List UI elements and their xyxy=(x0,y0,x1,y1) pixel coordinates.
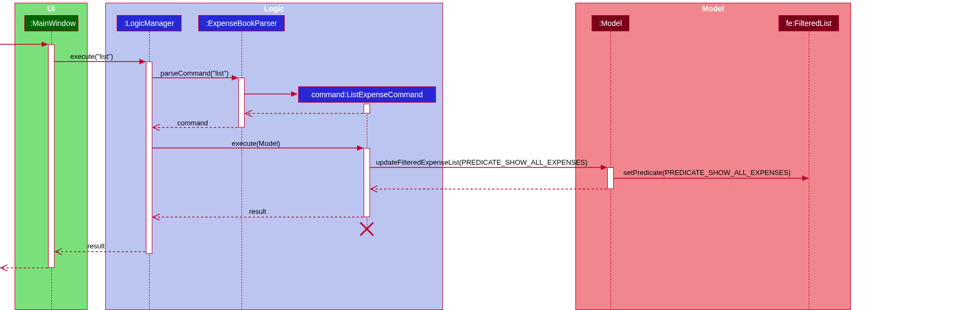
participant-model: :Model xyxy=(592,15,629,31)
activation-expensebookparser xyxy=(238,78,245,127)
activation-listcmd-1 xyxy=(364,104,370,113)
participant-listexpensecommand: command:ListExpenseCommand xyxy=(298,86,436,103)
label-execute-model: execute(Model) xyxy=(232,139,280,147)
lifeline-filteredlist xyxy=(809,31,809,310)
box-model: Model xyxy=(575,3,851,310)
box-logic-title: Logic xyxy=(264,4,284,13)
activation-listcmd-2 xyxy=(364,148,370,217)
label-result-1: result xyxy=(249,207,266,215)
box-model-title: Model xyxy=(702,4,724,13)
participant-logicmanager: :LogicManager xyxy=(117,15,182,31)
participant-filteredlist: fe:FilteredList xyxy=(778,15,839,31)
participant-mainwindow: :MainWindow xyxy=(24,15,78,31)
activation-logicmanager xyxy=(146,62,152,254)
label-parsecommand: parseCommand("list") xyxy=(160,69,229,77)
participant-expensebookparser: :ExpenseBookParser xyxy=(198,15,285,31)
label-execute-list: execute("list") xyxy=(70,52,113,60)
lifeline-expensebookparser xyxy=(241,31,242,310)
label-result-2: result xyxy=(88,242,105,250)
label-command: command xyxy=(177,119,208,127)
sequence-diagram: Ui Logic Model :MainWindow :LogicManager… xyxy=(0,0,980,310)
box-ui-title: Ui xyxy=(48,4,55,13)
activation-model xyxy=(607,167,614,189)
label-setpredicate: setPredicate(PREDICATE_SHOW_ALL_EXPENSES… xyxy=(623,169,791,177)
label-updatefiltered: updateFilteredExpenseList(PREDICATE_SHOW… xyxy=(376,158,587,166)
box-logic: Logic xyxy=(105,3,443,310)
activation-mainwindow xyxy=(48,44,55,268)
